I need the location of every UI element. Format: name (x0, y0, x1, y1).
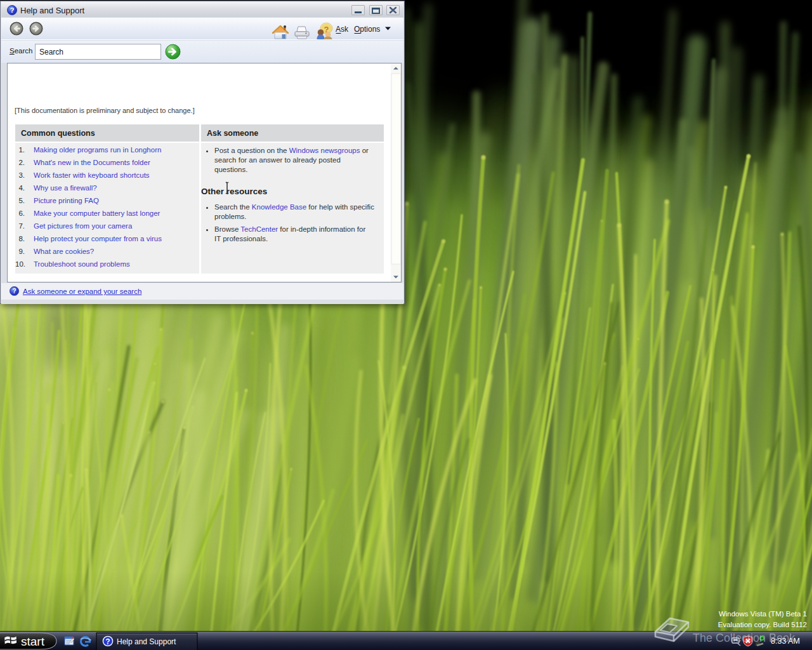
svg-text:Help and Support: Help and Support (117, 637, 176, 646)
svg-text:Ask: Ask (336, 25, 349, 34)
svg-text:Options: Options (354, 25, 380, 34)
svg-text:?: ? (105, 637, 110, 646)
svg-text:start: start (21, 635, 45, 648)
